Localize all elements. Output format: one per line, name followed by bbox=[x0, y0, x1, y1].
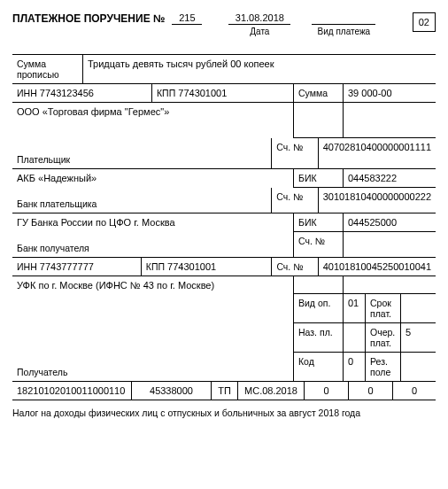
paytype-value bbox=[312, 12, 375, 25]
recip-bank-acct-label: Сч. № bbox=[294, 232, 344, 257]
payer-bank-bic-label: БИК bbox=[294, 169, 344, 188]
footer-f4: МС.08.2018 bbox=[238, 382, 305, 400]
recip-acct-label: Сч. № bbox=[272, 258, 318, 276]
recip-bank-label: Банк получателя bbox=[17, 243, 89, 253]
payer-inn: 7743123456 bbox=[40, 88, 94, 98]
sum-words-label: Сумма прописью bbox=[12, 55, 83, 83]
ocher-value: 5 bbox=[401, 323, 436, 352]
date-value: 31.08.2018 bbox=[228, 12, 290, 25]
naz-pl-label: Наз. пл. bbox=[294, 323, 344, 352]
rez-value bbox=[401, 353, 436, 381]
payer-inn-label: ИНН bbox=[17, 88, 37, 98]
payer-acct: 40702810400000001111 bbox=[319, 138, 436, 168]
vid-op: 01 bbox=[344, 294, 366, 322]
payer-acct-label: Сч. № bbox=[272, 138, 318, 168]
recip-inn-label: ИНН bbox=[17, 261, 37, 272]
recip-bank-bic-label: БИК bbox=[294, 213, 344, 232]
payer-kpp: 774301001 bbox=[178, 88, 227, 98]
srok-value bbox=[401, 294, 436, 322]
header-row: ПЛАТЕЖНОЕ ПОРУЧЕНИЕ № 215 31.08.2018 Дат… bbox=[12, 12, 436, 36]
footer-f1: 18210102010011000110 bbox=[12, 382, 132, 400]
date-block: 31.08.2018 Дата bbox=[228, 12, 290, 36]
recip-bank-bic: 044525000 bbox=[344, 213, 436, 232]
purpose-text: Налог на доходы физических лиц с отпускн… bbox=[12, 408, 436, 418]
recip-inn: 7743777777 bbox=[40, 261, 94, 272]
paytype-block: Вид платежа bbox=[312, 12, 375, 36]
rez-label: Рез. поле bbox=[366, 353, 401, 381]
code-value: 0 bbox=[344, 353, 366, 381]
footer-f7: 0 bbox=[393, 382, 436, 400]
sum-label: Сумма bbox=[294, 84, 344, 102]
payer-name: ООО «Торговая фирма "Гермес"» bbox=[12, 103, 294, 138]
code-label: Код bbox=[294, 353, 344, 381]
footer-f5: 0 bbox=[305, 382, 349, 400]
recip-label: Получатель bbox=[17, 367, 67, 377]
payer-bank-acct: 30101810400000000222 bbox=[319, 188, 436, 213]
recip-acct: 40101810045250010041 bbox=[319, 258, 436, 276]
payer-bank-name: АКБ «Надежный» bbox=[12, 169, 294, 188]
doc-title: ПЛАТЕЖНОЕ ПОРУЧЕНИЕ № bbox=[12, 12, 165, 25]
date-label: Дата bbox=[250, 27, 269, 36]
ocher-label: Очер. плат. bbox=[366, 323, 401, 352]
recip-kpp: 774301001 bbox=[167, 261, 216, 272]
srok-label: Срок плат. bbox=[366, 294, 401, 322]
sum-value: 39 000-00 bbox=[344, 84, 436, 102]
recip-name: УФК по г. Москве (ИФНС № 43 по г. Москве… bbox=[12, 276, 294, 294]
recip-kpp-label: КПП bbox=[146, 261, 165, 272]
payer-kpp-label: КПП bbox=[157, 88, 175, 98]
footer-f3: ТП bbox=[212, 382, 238, 400]
form-body: Сумма прописью Тридцать девять тысяч руб… bbox=[12, 54, 436, 400]
doc-number: 215 bbox=[172, 12, 202, 25]
payer-label: Плательщик bbox=[17, 154, 70, 165]
payer-bank-bic: 044583222 bbox=[344, 169, 436, 188]
footer-f2: 45338000 bbox=[132, 382, 212, 400]
footer-f6: 0 bbox=[349, 382, 393, 400]
recip-bank-name: ГУ Банка России по ЦФО г. Москва bbox=[12, 213, 294, 232]
naz-pl bbox=[344, 323, 366, 352]
payer-bank-label: Банк плательщика bbox=[17, 198, 97, 209]
paytype-label: Вид платежа bbox=[318, 27, 371, 36]
sum-words-value: Тридцать девять тысяч рублей 00 копеек bbox=[83, 55, 436, 83]
payer-bank-acct-label: Сч. № bbox=[272, 188, 318, 213]
top-code: 02 bbox=[413, 12, 436, 32]
vid-op-label: Вид оп. bbox=[294, 294, 344, 322]
recip-bank-acct bbox=[344, 232, 436, 257]
